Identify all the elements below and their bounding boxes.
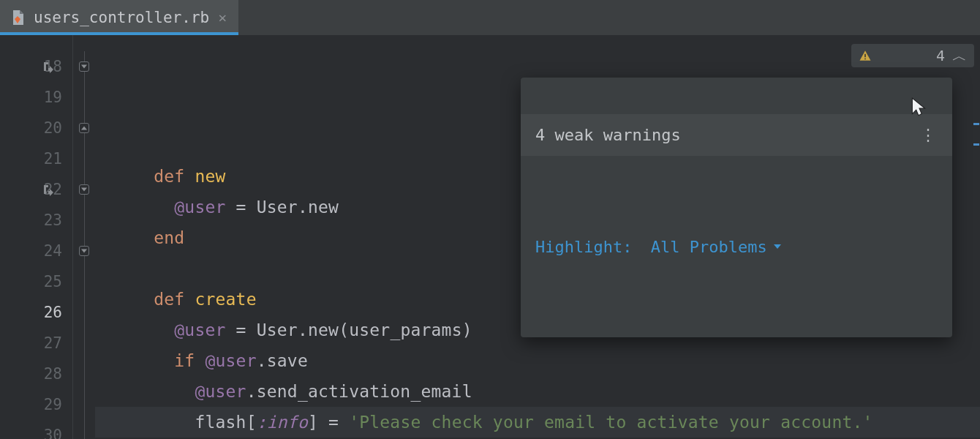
fold-cell	[73, 236, 95, 266]
fold-cell	[73, 328, 95, 359]
gutter-line[interactable]: 22	[0, 174, 72, 205]
gutter-line[interactable]: 18	[0, 51, 72, 82]
line-number: 20	[40, 119, 62, 137]
inspection-popup-header: 4 weak warnings ⋮	[521, 114, 952, 156]
tab-bar: users_controller.rb ×	[0, 0, 980, 35]
gutter-line[interactable]: 29	[0, 389, 72, 420]
inspection-count: 4	[936, 47, 945, 64]
fold-cell	[73, 82, 95, 113]
fold-cell	[73, 266, 95, 297]
fold-cell	[73, 420, 95, 439]
gutter-line[interactable]: 30	[0, 420, 72, 439]
code-area[interactable]: def new @user = User.new end def create …	[95, 35, 980, 439]
gutter-line[interactable]: 26	[0, 297, 72, 328]
fold-strip	[73, 35, 95, 439]
inspection-popup: 4 weak warnings ⋮ Highlight: All Problem…	[521, 78, 952, 337]
tab-label: users_controller.rb	[34, 9, 209, 26]
error-stripe[interactable]	[973, 35, 980, 439]
fold-cell	[73, 174, 95, 205]
highlight-label: Highlight:	[535, 238, 632, 256]
fold-cell	[73, 389, 95, 420]
svg-rect-1	[864, 59, 866, 60]
gutter-line[interactable]: 25	[0, 266, 72, 297]
line-number: 24	[40, 242, 62, 260]
fold-expand-icon[interactable]	[79, 61, 89, 72]
editor: 18192021222324252627282930 def new @user…	[0, 35, 980, 439]
fold-cell	[73, 113, 95, 143]
gutter: 18192021222324252627282930	[0, 35, 73, 439]
highlight-value: All Problems	[651, 238, 767, 256]
override-icon[interactable]	[41, 182, 56, 197]
code-line[interactable]: @user.send_activation_email	[95, 376, 980, 407]
fold-expand-icon[interactable]	[79, 184, 89, 195]
gutter-line[interactable]: 23	[0, 205, 72, 236]
fold-collapse-icon[interactable]	[79, 123, 89, 133]
line-number: 26	[40, 304, 62, 321]
chevron-up-icon[interactable]: ︿	[952, 46, 967, 66]
line-number: 28	[40, 365, 62, 383]
fold-cell	[73, 297, 95, 328]
fold-cell	[73, 143, 95, 174]
fold-cell	[73, 51, 95, 82]
ruby-file-icon	[9, 9, 26, 26]
gutter-line[interactable]: 20	[0, 113, 72, 143]
fold-cell	[73, 359, 95, 389]
gutter-line[interactable]: 24	[0, 236, 72, 266]
gutter-line[interactable]: 27	[0, 328, 72, 359]
svg-rect-0	[864, 54, 866, 58]
line-number: 25	[40, 273, 62, 290]
line-number: 21	[40, 150, 62, 168]
line-number: 27	[40, 334, 62, 352]
code-line[interactable]: if @user.save	[95, 345, 980, 376]
fold-cell	[73, 205, 95, 236]
override-icon[interactable]	[41, 59, 56, 74]
mouse-cursor-icon	[910, 60, 929, 82]
gutter-line[interactable]: 28	[0, 359, 72, 389]
highlight-level-selector[interactable]: Highlight: All Problems	[521, 192, 952, 301]
close-icon[interactable]: ×	[216, 10, 228, 25]
gutter-line[interactable]: 21	[0, 143, 72, 174]
line-number: 29	[40, 396, 62, 413]
gutter-line[interactable]: 19	[0, 82, 72, 113]
tab-users-controller[interactable]: users_controller.rb ×	[0, 0, 238, 35]
line-number: 23	[40, 211, 62, 229]
chevron-down-icon	[772, 204, 868, 289]
inspection-popup-title: 4 weak warnings	[535, 126, 681, 144]
line-number: 30	[40, 427, 62, 439]
code-line[interactable]: flash[:info] = 'Please check your email …	[95, 407, 980, 438]
line-number: 19	[40, 89, 62, 106]
fold-expand-icon[interactable]	[79, 246, 89, 256]
